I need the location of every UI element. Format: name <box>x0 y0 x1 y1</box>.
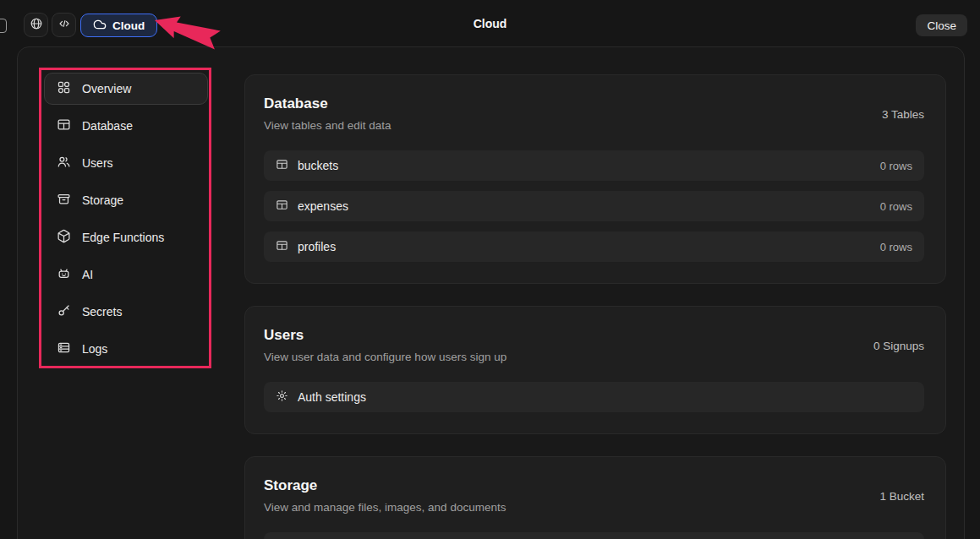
storage-bucket-list <box>264 532 924 539</box>
users-card-title: Users <box>264 326 506 345</box>
cloud-icon <box>93 18 107 34</box>
database-card: Database View tables and edit data 3 Tab… <box>244 74 946 284</box>
table-name: profiles <box>298 240 880 253</box>
users-card-subtitle: View user data and configure how users s… <box>264 349 506 365</box>
table-icon <box>57 117 71 134</box>
storage-card-header: Storage View and manage files, images, a… <box>264 476 924 515</box>
sidebar-item-database[interactable]: Database <box>44 110 208 142</box>
archive-icon <box>57 192 71 209</box>
storage-card: Storage View and manage files, images, a… <box>244 456 946 539</box>
users-card-header: Users View user data and configure how u… <box>264 326 924 365</box>
database-tables-count: 3 Tables <box>882 108 924 121</box>
code-button[interactable] <box>52 13 76 37</box>
auth-settings-row[interactable]: Auth settings <box>264 382 924 412</box>
auth-settings-label: Auth settings <box>298 390 912 404</box>
users-icon <box>57 155 71 172</box>
bucket-row-partial[interactable] <box>264 532 924 539</box>
storage-card-subtitle: View and manage files, images, and docum… <box>264 499 506 515</box>
offscreen-device-icon <box>0 19 7 33</box>
sidebar-item-label: Database <box>82 119 133 133</box>
gear-icon <box>276 389 298 406</box>
cloud-button-label: Cloud <box>112 19 145 32</box>
code-icon <box>57 17 71 34</box>
sidebar-item-label: Overview <box>82 82 131 95</box>
sidebar-item-overview[interactable]: Overview <box>44 73 208 105</box>
database-card-subtitle: View tables and edit data <box>264 117 391 133</box>
table-icon <box>276 239 298 255</box>
table-icon <box>276 158 298 174</box>
sidebar-item-label: Logs <box>82 342 107 356</box>
globe-icon <box>30 17 43 34</box>
main-content: Database View tables and edit data 3 Tab… <box>244 47 946 539</box>
table-icon <box>276 199 298 215</box>
cloud-panel: Overview Database Users <box>17 46 965 539</box>
table-row-profiles[interactable]: profiles 0 rows <box>264 231 924 262</box>
sidebar-item-label: Users <box>82 156 113 170</box>
table-row-expenses[interactable]: expenses 0 rows <box>264 191 924 221</box>
cloud-dashboard-screen: Cloud Cloud Close Overview <box>0 0 980 539</box>
table-name: expenses <box>298 199 880 213</box>
table-row-count: 0 rows <box>880 241 912 253</box>
top-bar: Cloud Cloud Close <box>0 0 980 46</box>
cube-icon <box>57 229 71 246</box>
sidebar-item-edge-functions[interactable]: Edge Functions <box>44 221 208 253</box>
database-card-title: Database <box>264 95 391 113</box>
logs-icon <box>57 340 71 357</box>
database-table-list: buckets 0 rows expenses 0 rows <box>264 150 924 262</box>
cloud-tab-button[interactable]: Cloud <box>80 14 157 37</box>
sidebar-item-secrets[interactable]: Secrets <box>44 296 208 328</box>
table-row-count: 0 rows <box>880 200 912 213</box>
grid-icon <box>57 80 71 97</box>
storage-card-title: Storage <box>264 476 506 495</box>
users-action-list: Auth settings <box>264 382 924 412</box>
sidebar-item-ai[interactable]: AI <box>44 259 208 291</box>
table-row-buckets[interactable]: buckets 0 rows <box>264 150 924 181</box>
globe-button[interactable] <box>24 13 48 37</box>
key-icon <box>57 303 71 320</box>
sidebar-item-label: Storage <box>82 193 123 207</box>
table-name: buckets <box>298 159 880 172</box>
users-card: Users View user data and configure how u… <box>244 306 946 434</box>
sidebar-item-label: Edge Functions <box>82 231 164 244</box>
close-button[interactable]: Close <box>916 14 967 36</box>
users-signups-count: 0 Signups <box>873 340 924 352</box>
storage-buckets-count: 1 Bucket <box>879 490 924 503</box>
sidebar: Overview Database Users <box>44 73 208 370</box>
sidebar-item-logs[interactable]: Logs <box>44 333 208 365</box>
database-card-header: Database View tables and edit data 3 Tab… <box>264 95 924 133</box>
sidebar-item-label: AI <box>82 268 93 281</box>
sidebar-item-label: Secrets <box>82 305 122 318</box>
sidebar-item-users[interactable]: Users <box>44 147 208 179</box>
table-row-count: 0 rows <box>880 160 912 172</box>
sidebar-item-storage[interactable]: Storage <box>44 184 208 216</box>
robot-icon <box>57 266 71 283</box>
